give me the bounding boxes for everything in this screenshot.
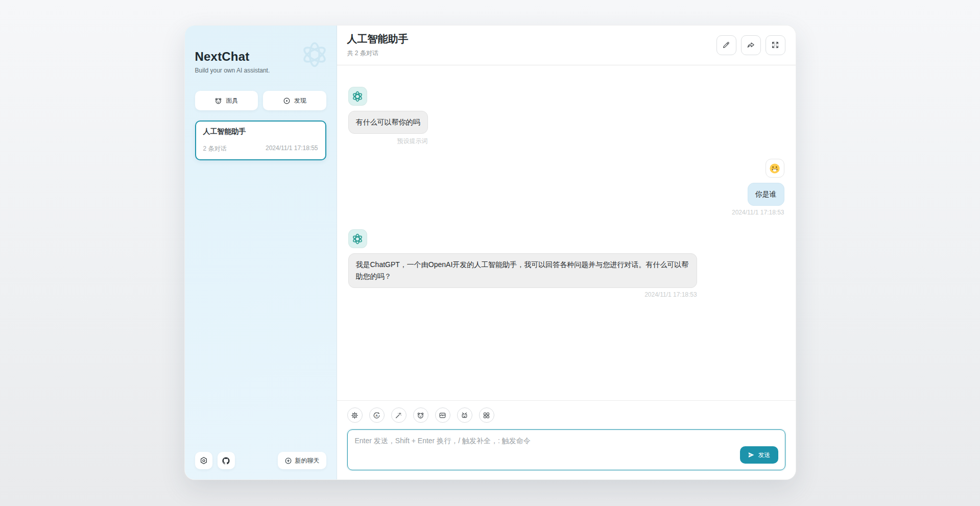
send-button-label: 发送	[758, 451, 771, 460]
chat-settings-icon	[351, 412, 358, 419]
mask-button[interactable]: 面具	[195, 91, 258, 110]
message-meta: 预设提示词	[397, 137, 428, 146]
discover-button-label: 发现	[294, 97, 306, 105]
openai-logo-watermark-icon	[300, 40, 329, 69]
share-arrow-icon	[747, 41, 755, 50]
message-assistant: 有什么可以帮你的吗 预设提示词	[348, 87, 784, 146]
plugin-button[interactable]	[479, 407, 494, 423]
send-plane-icon	[748, 451, 755, 459]
discover-icon	[283, 97, 291, 105]
settings-icon	[200, 456, 208, 465]
chat-item-count: 2 条对话	[203, 144, 227, 153]
sidebar-actions: 面具 发现	[195, 91, 326, 110]
message-assistant: 我是ChatGPT，一个由OpenAI开发的人工智能助手，我可以回答各种问题并与…	[348, 229, 784, 298]
clear-context-icon	[439, 412, 446, 419]
mask-button-label: 面具	[226, 97, 238, 105]
chat-header: 人工智能助手 共 2 条对话	[337, 26, 796, 65]
prompt-wand-icon	[395, 412, 402, 419]
github-button[interactable]	[218, 452, 235, 469]
composer: A	[337, 400, 796, 479]
mask-icon	[417, 412, 424, 419]
sidebar-footer: 新的聊天	[195, 452, 326, 469]
message-list[interactable]: 有什么可以帮你的吗 预设提示词 你是谁 2024/11/1 17	[337, 65, 796, 400]
github-icon	[222, 456, 230, 465]
edit-pencil-icon	[722, 41, 730, 49]
discover-button[interactable]: 发现	[263, 91, 326, 110]
mask-icon	[214, 97, 222, 105]
message-timestamp: 2024/11/1 17:18:53	[732, 209, 784, 216]
robot-model-icon	[461, 412, 468, 419]
theme-auto-icon: A	[373, 412, 380, 419]
svg-text:A: A	[375, 413, 378, 417]
composer-toolbar: A	[347, 407, 785, 423]
fullscreen-expand-icon	[771, 41, 779, 49]
send-button[interactable]: 发送	[740, 446, 778, 464]
chat-input[interactable]	[348, 430, 785, 470]
chat-panel: 人工智能助手 共 2 条对话	[337, 26, 796, 479]
rename-button[interactable]	[716, 35, 736, 55]
app-window: NextChat Build your own AI assistant. 面具	[184, 25, 796, 480]
chat-item-date: 2024/11/1 17:18:55	[266, 144, 318, 153]
chat-title: 人工智能助手	[347, 32, 409, 46]
chat-settings-button[interactable]	[347, 407, 363, 423]
new-chat-button[interactable]: 新的聊天	[278, 452, 326, 469]
clear-context-button[interactable]	[435, 407, 450, 423]
assistant-avatar-openai-icon	[348, 229, 367, 248]
message-bubble[interactable]: 你是谁	[748, 183, 784, 206]
mask-select-button[interactable]	[413, 407, 428, 423]
message-bubble[interactable]: 有什么可以帮你的吗	[348, 111, 428, 134]
user-avatar-emoji-icon	[766, 159, 784, 178]
message-bubble[interactable]: 我是ChatGPT，一个由OpenAI开发的人工智能助手，我可以回答各种问题并与…	[348, 253, 697, 288]
model-select-button[interactable]	[457, 407, 472, 423]
fullscreen-button[interactable]	[766, 35, 785, 55]
plugin-grid-icon	[483, 412, 490, 419]
chat-subtitle: 共 2 条对话	[347, 49, 409, 58]
share-button[interactable]	[741, 35, 761, 55]
chat-list: 人工智能助手 2 条对话 2024/11/1 17:18:55	[195, 121, 326, 452]
chat-input-container: 发送	[347, 429, 785, 470]
settings-button[interactable]	[195, 452, 212, 469]
prompt-button[interactable]	[391, 407, 407, 423]
message-user: 你是谁 2024/11/1 17:18:53	[348, 159, 784, 216]
sidebar: NextChat Build your own AI assistant. 面具	[185, 26, 337, 479]
assistant-avatar-openai-icon	[348, 87, 367, 106]
chat-item-title: 人工智能助手	[203, 127, 318, 136]
theme-toggle-button[interactable]: A	[369, 407, 385, 423]
new-chat-label: 新的聊天	[295, 456, 320, 465]
plus-circle-icon	[284, 457, 292, 465]
chat-list-item-selected[interactable]: 人工智能助手 2 条对话 2024/11/1 17:18:55	[195, 121, 326, 160]
message-timestamp: 2024/11/1 17:18:53	[644, 291, 697, 298]
